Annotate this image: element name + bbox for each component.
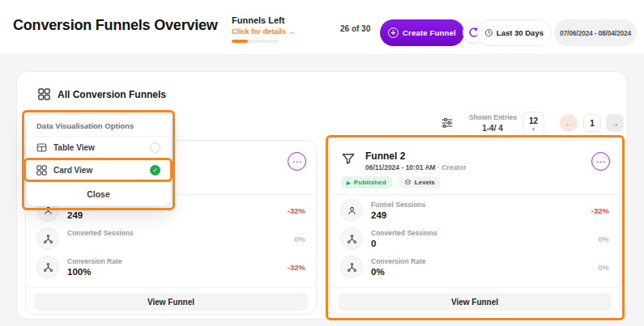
metric-change-badge: 0%: [598, 263, 609, 272]
card-menu-button[interactable]: ⋯: [288, 152, 306, 171]
funnel-created-datetime: 06/11/2024 - 10:01 AM: [365, 163, 436, 171]
layers-icon: [404, 179, 412, 186]
period-selector[interactable]: Last 30 Days: [476, 19, 552, 46]
page-size-value: 12: [529, 117, 538, 125]
table-icon: [36, 142, 47, 153]
popup-close-button[interactable]: Close: [27, 182, 170, 206]
metric-value: 100%: [67, 267, 122, 277]
metric-change-badge: -32%: [288, 263, 305, 272]
funnel-icon: [341, 151, 357, 167]
grid-icon: [36, 165, 47, 176]
arrow-left-icon: ←: [565, 119, 573, 128]
chevron-down-icon: ▾: [532, 126, 535, 132]
funnel-badges: ▶ Published Levels: [341, 176, 441, 188]
metric-row-funnel-sessions: Funnel Sessions 249 -32%: [340, 197, 609, 223]
period-label: Last 30 Days: [497, 28, 544, 37]
view-funnel-button[interactable]: View Funnel: [34, 293, 308, 311]
metric-label: Converted Sessions: [67, 229, 134, 237]
shown-entries-value: 1-4/ 4: [469, 124, 516, 133]
panel-header: All Conversion Funnels: [38, 88, 166, 100]
metric-value: 249: [371, 210, 426, 220]
date-range-control: Last 30 Days 07/06/2024 - 08/04/2024: [476, 19, 637, 46]
metric-label: Converted Sessions: [371, 229, 437, 237]
levels-badge[interactable]: Levels: [399, 176, 441, 188]
radio-unselected-icon[interactable]: [150, 142, 160, 153]
funnels-left-widget: Funnels Left Click for details →: [232, 15, 353, 43]
play-icon: ▶: [347, 180, 351, 185]
metric-value: [67, 239, 134, 248]
metric-value: 0: [371, 239, 437, 248]
divider: [330, 287, 620, 288]
person-icon: [340, 199, 363, 222]
pagination-next-button[interactable]: →: [606, 114, 624, 132]
metric-value: 0%: [371, 267, 426, 277]
network-icon: [340, 256, 363, 278]
metric-change-badge: -32%: [288, 206, 305, 215]
funnels-left-count: 26 of 30: [340, 24, 370, 33]
filter-sliders-icon[interactable]: [440, 116, 456, 131]
metric-label: Conversion Rate: [67, 257, 122, 265]
network-icon: [340, 227, 363, 250]
published-badge[interactable]: ▶ Published: [341, 176, 392, 188]
ellipsis-icon: ⋯: [596, 157, 606, 167]
funnels-left-progress-fill: [232, 40, 248, 43]
metric-change-badge: 0%: [294, 235, 305, 243]
panel-title: All Conversion Funnels: [58, 89, 166, 100]
funnels-left-progressbar: [232, 40, 279, 43]
ellipsis-icon: ⋯: [292, 157, 302, 167]
metric-value: 249: [67, 210, 83, 220]
table-view-label: Table View: [53, 143, 95, 152]
metric-row-conversion-rate: Conversion Rate 100% -32%: [36, 254, 305, 280]
metric-row-converted-sessions: Converted Sessions 0%: [36, 226, 305, 252]
metric-row-converted-sessions: Converted Sessions 0 0%: [340, 226, 609, 252]
metric-label: Funnel Sessions: [371, 201, 426, 209]
data-visualisation-popup: Data Visualisation Options Table View Ca…: [26, 114, 171, 206]
popup-title: Data Visualisation Options: [27, 115, 170, 137]
levels-label: Levels: [415, 179, 435, 186]
page-title: Conversion Funnels Overview: [13, 17, 218, 34]
funnel-card-meta: 06/11/2024 - 10:01 AM · Creator: [365, 163, 466, 171]
clock-icon: [484, 28, 493, 37]
pagination-page-1[interactable]: 1: [583, 114, 601, 132]
check-selected-icon[interactable]: ✓: [150, 165, 160, 176]
top-bar: Conversion Funnels Overview Funnels Left…: [0, 0, 644, 55]
metric-change-badge: 0%: [598, 235, 609, 243]
metric-change-badge: -32%: [591, 206, 609, 215]
funnels-left-details-link[interactable]: Click for details →: [232, 28, 353, 36]
conversion-funnels-app: Conversion Funnels Overview Funnels Left…: [0, 0, 644, 326]
card-menu-button[interactable]: ⋯: [591, 152, 610, 171]
table-view-option[interactable]: Table View: [27, 137, 170, 159]
plus-icon: +: [388, 28, 399, 38]
page-size-select[interactable]: 12 ▾: [522, 112, 544, 137]
funnel-card-title: Funnel 2: [365, 150, 405, 162]
create-funnel-label: Create Funnel: [403, 28, 456, 37]
shown-entries: Shown Entries 1-4/ 4: [469, 113, 516, 133]
funnel-creator: · Creator: [437, 163, 466, 171]
shown-entries-label: Shown Entries: [469, 113, 516, 121]
funnel-card-funnel-2: Funnel 2 06/11/2024 - 10:01 AM · Creator…: [329, 140, 621, 315]
divider: [330, 194, 620, 195]
metric-label: Conversion Rate: [371, 257, 426, 265]
date-range-value[interactable]: 07/06/2024 - 08/04/2024: [554, 19, 637, 46]
grid-icon: [38, 88, 50, 100]
view-funnel-button[interactable]: View Funnel: [338, 293, 612, 311]
card-view-label: Card View: [53, 166, 92, 175]
create-funnel-button[interactable]: + Create Funnel: [380, 19, 464, 46]
pagination-prev-button[interactable]: ←: [560, 114, 578, 132]
published-label: Published: [354, 179, 386, 186]
metric-row-conversion-rate: Conversion Rate 0% 0%: [340, 254, 609, 280]
card-view-option[interactable]: Card View ✓: [27, 159, 170, 182]
network-icon: [36, 256, 59, 278]
funnels-left-label: Funnels Left: [232, 15, 353, 25]
divider: [26, 287, 316, 288]
network-icon: [36, 227, 59, 250]
arrow-right-icon: →: [611, 119, 619, 128]
